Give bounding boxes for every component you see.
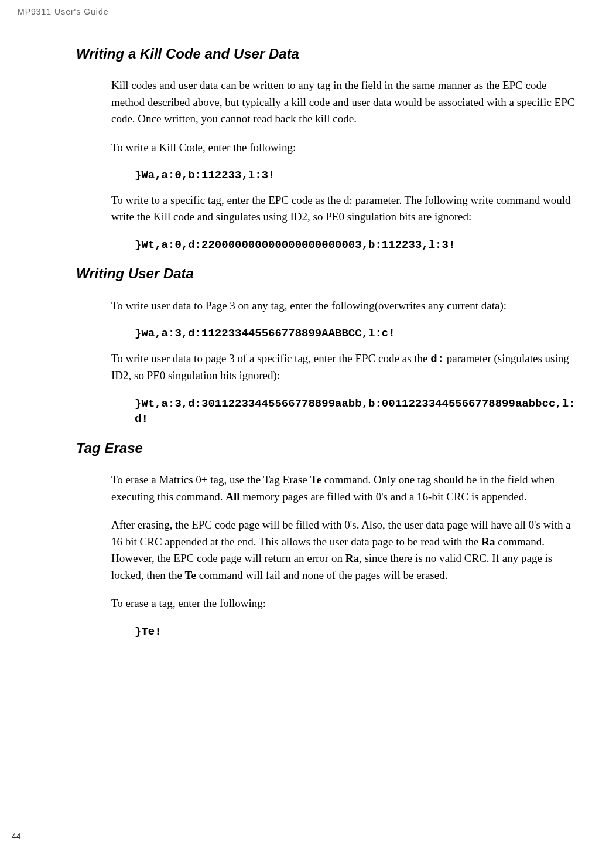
tag-erase-code1: }Te! [135,624,581,640]
tag-erase-p1e: memory pages are filled with 0's and a 1… [240,490,527,503]
tag-erase-p1d: All [225,490,239,503]
tag-erase-para3: To erase a tag, enter the following: [111,595,581,612]
tag-erase-p1b: Te [310,473,321,486]
tag-erase-p2f: Te [185,569,196,581]
page-header: MP9311 User's Guide [18,0,581,21]
page-number: 44 [12,830,21,843]
tag-erase-p1a: To erase a Matrics 0+ tag, use the Tag E… [111,473,310,486]
user-data-para2: To write user data to page 3 of a specif… [111,350,581,384]
user-data-para2-code: d: [430,353,444,366]
section-title-kill-code: Writing a Kill Code and User Data [76,45,581,63]
tag-erase-p2g: command will fail and none of the pages … [196,569,447,581]
user-data-para1: To write user data to Page 3 on any tag,… [111,298,581,315]
tag-erase-p2b: Ra [481,536,495,548]
tag-erase-para2: After erasing, the EPC code page will be… [111,517,581,584]
tag-erase-p2d: Ra [345,552,359,564]
section-user-data: Writing User Data [76,264,581,282]
section-kill-code: Writing a Kill Code and User Data [76,45,581,63]
header-title: MP9311 User's Guide [18,7,109,16]
tag-erase-para1: To erase a Matrics 0+ tag, use the Tag E… [111,472,581,505]
kill-code-para1: Kill codes and user data can be written … [111,77,581,128]
kill-code-para3: To write to a specific tag, enter the EP… [111,192,581,226]
user-data-code2: }Wt,a:3,d:30112233445566778899aabb,b:001… [135,396,581,427]
user-data-para2-pre: To write user data to page 3 of a specif… [111,352,430,364]
kill-code-code2: }Wt,a:0,d:220000000000000000000003,b:112… [135,237,581,253]
section-title-tag-erase: Tag Erase [76,439,581,457]
kill-code-para2: To write a Kill Code, enter the followin… [111,139,581,156]
page-content: Writing a Kill Code and User Data Kill c… [18,45,581,639]
user-data-code1: }wa,a:3,d:112233445566778899AABBCC,l:c! [135,326,581,342]
kill-code-code1: }Wa,a:0,b:112233,l:3! [135,168,581,183]
section-title-user-data: Writing User Data [76,264,581,282]
section-tag-erase: Tag Erase [76,439,581,457]
